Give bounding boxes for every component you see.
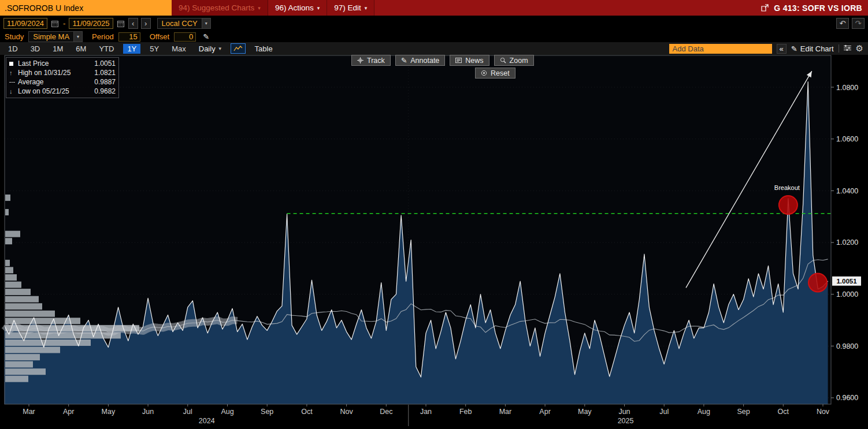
period-label: Period: [92, 32, 114, 41]
currency-select[interactable]: Local CCY ▾: [157, 18, 211, 29]
range-button-6m[interactable]: 6M: [72, 44, 90, 54]
volume-profile-bar: [5, 347, 60, 353]
chart-toolbar: 1D 3D 1M 6M YTD 1Y 5Y Max Daily ▼ Table …: [0, 42, 868, 55]
study-label: Study: [5, 32, 24, 41]
legend-value: 0.9887: [94, 78, 116, 86]
legend-label: Average: [18, 78, 94, 86]
range-button-ytd[interactable]: YTD: [95, 44, 117, 54]
x-tick-label: Jun: [618, 408, 630, 416]
reset-label: Reset: [491, 69, 510, 77]
x-tick-label: Nov: [340, 408, 353, 416]
x-tick-label: Jan: [420, 408, 432, 416]
next-period-button[interactable]: ›: [141, 18, 151, 29]
menu-actions[interactable]: 96) Actions ▾: [268, 0, 327, 16]
annotate-button[interactable]: ✎ Annotate: [395, 55, 446, 66]
y-tick-label: 1.0200: [836, 238, 858, 247]
range-button-1y[interactable]: 1Y: [123, 44, 140, 54]
chevron-down-icon: ▾: [317, 5, 320, 11]
x-tick-label: Dec: [380, 408, 392, 416]
range-button-1d[interactable]: 1D: [5, 44, 21, 54]
reset-button[interactable]: Reset: [475, 68, 515, 79]
menu-edit[interactable]: 97) Edit ▾: [327, 0, 374, 16]
settings-gear-icon[interactable]: ⚙: [856, 43, 863, 54]
menu-actions-label: 96) Actions: [275, 3, 314, 12]
redo-button[interactable]: ↷: [852, 18, 865, 29]
legend-label: Last Price: [18, 59, 94, 68]
volume-profile-bar: [5, 231, 20, 237]
breakout-label[interactable]: Breakout: [774, 184, 800, 191]
legend-value: 1.0821: [94, 69, 116, 77]
toolbar-separator: [839, 44, 839, 53]
study-select[interactable]: Simple MA ▾: [28, 31, 83, 42]
launch-window-icon[interactable]: [756, 0, 774, 16]
legend-value: 0.9682: [94, 87, 116, 95]
legend-low: ↓ Low on 05/21/25 0.9682: [9, 87, 116, 96]
title-bar-spacer: [374, 0, 756, 16]
track-button[interactable]: Track: [351, 55, 391, 66]
last-price-circle[interactable]: [808, 273, 827, 292]
x-tick-label: Oct: [301, 408, 313, 416]
news-label: News: [465, 57, 483, 65]
legend-value: 1.0051: [94, 59, 116, 68]
range-button-5y[interactable]: 5Y: [146, 44, 162, 54]
page-reference: G 413: SOFR VS IORB: [774, 0, 868, 16]
year-label: 2025: [618, 417, 634, 425]
x-tick-label: May: [102, 408, 116, 416]
zoom-button[interactable]: Zoom: [494, 55, 534, 66]
magnifier-icon: [500, 57, 506, 64]
collapse-panel-button[interactable]: «: [777, 44, 787, 54]
pencil-icon: ✎: [791, 44, 797, 53]
prev-period-button[interactable]: ‹: [128, 18, 138, 29]
undo-button[interactable]: ↶: [836, 18, 849, 29]
date-separator: -: [63, 19, 65, 28]
menu-suggested-charts[interactable]: 94) Suggested Charts ▾: [172, 0, 268, 16]
calendar-icon[interactable]: [116, 18, 125, 29]
volume-profile-bar: [5, 260, 10, 266]
news-button[interactable]: News: [450, 55, 489, 66]
edit-chart-label: Edit Chart: [800, 44, 834, 53]
ticker-field[interactable]: .SOFROROB U Index: [0, 0, 172, 16]
range-button-1m[interactable]: 1M: [49, 44, 66, 54]
add-data-input[interactable]: Add Data: [669, 44, 772, 54]
line-chart-icon: [233, 45, 243, 52]
chevron-down-icon: ▾: [73, 32, 82, 42]
x-tick-label: Jun: [142, 408, 154, 416]
breakout-circle[interactable]: [779, 196, 797, 214]
range-button-max[interactable]: Max: [168, 44, 190, 54]
date-from-field[interactable]: 11/09/2024: [3, 18, 47, 29]
x-tick-label: Aug: [221, 408, 233, 416]
edit-chart-button[interactable]: ✎ Edit Chart: [791, 44, 834, 53]
legend-last-price: Last Price 1.0051: [9, 59, 116, 68]
x-tick-label: Mar: [499, 408, 512, 416]
volume-profile-bar: [5, 267, 13, 273]
legend-label: High on 10/31/25: [18, 69, 94, 77]
chart-legend: Last Price 1.0051 ↑ High on 10/31/25 1.0…: [6, 57, 119, 98]
x-tick-label: Oct: [778, 408, 789, 416]
menu-suggested-charts-label: 94) Suggested Charts: [179, 3, 254, 12]
edit-study-pencil-icon[interactable]: ✎: [203, 32, 209, 41]
last-price-axis-label: 1.0051: [836, 278, 857, 285]
offset-input[interactable]: 0: [174, 32, 196, 42]
period-input[interactable]: 15: [118, 32, 140, 42]
date-to-field[interactable]: 11/09/2025: [69, 18, 113, 29]
table-button[interactable]: Table: [255, 44, 273, 53]
volume-profile-bar: [5, 209, 9, 215]
calendar-icon[interactable]: [50, 18, 60, 29]
x-tick-label: Mar: [23, 408, 35, 416]
menu-edit-label: 97) Edit: [334, 3, 361, 12]
x-tick-label: Jul: [183, 408, 192, 416]
volume-profile-bar: [5, 238, 12, 244]
chart-options-icon[interactable]: [844, 44, 851, 53]
date-range-bar: 11/09/2024 - 11/09/2025 ‹ › Local CCY ▾ …: [0, 16, 868, 31]
chart-type-button[interactable]: [231, 43, 246, 54]
y-tick-label: 1.0000: [836, 290, 858, 299]
y-tick-label: 0.9600: [836, 394, 858, 402]
volume-profile-bar: [5, 361, 33, 368]
volume-profile-bar: [5, 282, 21, 288]
x-tick-label: Jul: [659, 408, 669, 416]
frequency-select[interactable]: Daily ▼: [199, 44, 222, 53]
volume-profile-bar: [5, 303, 42, 309]
chart-tools: Track ✎ Annotate News Zoom: [351, 55, 534, 66]
range-button-3d[interactable]: 3D: [27, 44, 44, 54]
year-label: 2024: [199, 417, 215, 425]
